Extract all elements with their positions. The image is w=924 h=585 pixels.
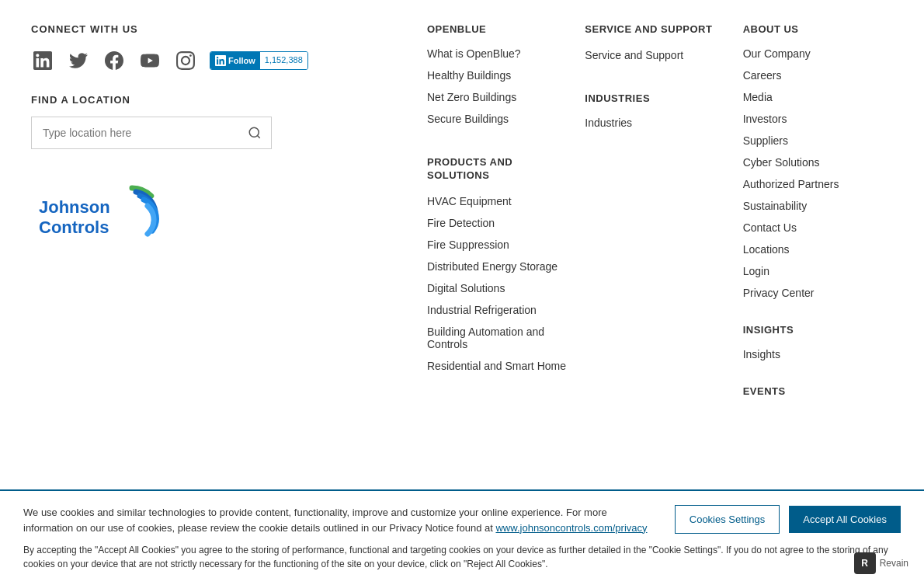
linkedin-follow-button[interactable]: Follow 1,152,388 — [210, 51, 308, 70]
nav-link-contact-us[interactable]: Contact Us — [743, 221, 893, 234]
nav-link-digital-solutions[interactable]: Digital Solutions — [427, 282, 577, 294]
revain-icon: R — [854, 552, 876, 574]
linkedin-follow-count: 1,152,388 — [260, 52, 307, 68]
nav-link-privacy-center[interactable]: Privacy Center — [743, 287, 893, 299]
nav-col-service: SERVICE AND SUPPORT Service and Support … — [585, 23, 735, 409]
nav-link-distributed-energy[interactable]: Distributed Energy Storage — [427, 260, 577, 273]
nav-link-hvac[interactable]: HVAC Equipment — [427, 195, 577, 207]
left-column: CONNECT WITH US — [31, 23, 404, 409]
cookie-privacy-link[interactable]: www.johnsoncontrols.com/privacy — [495, 522, 647, 534]
nav-link-service-support[interactable]: Service and Support — [585, 49, 735, 61]
connect-title: CONNECT WITH US — [31, 23, 404, 35]
svg-line-1 — [257, 135, 259, 138]
about-heading: ABOUT US — [743, 23, 893, 35]
nav-link-media[interactable]: Media — [743, 91, 893, 103]
nav-link-suppliers[interactable]: Suppliers — [743, 134, 893, 147]
nav-link-sustainability[interactable]: Sustainability — [743, 200, 893, 212]
nav-link-investors[interactable]: Investors — [743, 113, 893, 125]
nav-link-locations[interactable]: Locations — [743, 243, 893, 256]
cookie-secondary-text: By accepting the "Accept All Cookies" yo… — [23, 543, 901, 571]
cookie-top-row: We use cookies and similar technologies … — [23, 505, 901, 535]
revain-badge: R Revain — [854, 552, 908, 574]
openblue-heading: OPENBLUE — [427, 23, 577, 35]
nav-link-careers[interactable]: Careers — [743, 69, 893, 82]
johnson-controls-logo: Johnson Controls — [31, 180, 202, 250]
find-location-title: FIND A LOCATION — [31, 94, 404, 106]
products-heading: PRODUCTS AND SOLUTIONS — [427, 156, 577, 183]
nav-columns: OPENBLUE What is OpenBlue? Healthy Build… — [427, 23, 893, 409]
accept-all-cookies-button[interactable]: Accept All Cookies — [789, 506, 901, 533]
nav-link-healthy-buildings[interactable]: Healthy Buildings — [427, 69, 577, 82]
svg-point-0 — [249, 127, 259, 137]
nav-link-net-zero-buildings[interactable]: Net Zero Buildings — [427, 91, 577, 103]
location-search-button[interactable] — [238, 118, 271, 148]
logo-container: Johnson Controls — [31, 180, 404, 250]
footer: CONNECT WITH US — [0, 0, 924, 433]
nav-link-what-is-openblue[interactable]: What is OpenBlue? — [427, 47, 577, 60]
nav-col-about: ABOUT US Our Company Careers Media Inves… — [743, 23, 893, 409]
cookie-buttons: Cookies Settings Accept All Cookies — [675, 505, 901, 534]
location-search-input[interactable] — [32, 117, 238, 148]
linkedin-follow-icon-inner: Follow — [210, 52, 260, 69]
cookie-main-text: We use cookies and similar technologies … — [23, 505, 659, 535]
events-heading: EVENTS — [743, 385, 893, 397]
follow-label: Follow — [228, 56, 255, 65]
nav-link-fire-detection[interactable]: Fire Detection — [427, 217, 577, 229]
nav-link-building-automation[interactable]: Building Automation and Controls — [427, 326, 577, 350]
insights-heading: INSIGHTS — [743, 324, 893, 336]
location-search-box — [31, 117, 272, 149]
nav-link-residential-smart[interactable]: Residential and Smart Home — [427, 360, 577, 372]
nav-link-cyber-solutions[interactable]: Cyber Solutions — [743, 156, 893, 169]
linkedin-icon[interactable] — [31, 49, 54, 72]
nav-link-fire-suppression[interactable]: Fire Suppression — [427, 239, 577, 251]
instagram-icon[interactable] — [174, 49, 197, 72]
nav-link-authorized-partners[interactable]: Authorized Partners — [743, 178, 893, 190]
nav-link-login[interactable]: Login — [743, 265, 893, 277]
service-heading: SERVICE AND SUPPORT — [585, 23, 735, 37]
nav-col-openblue: OPENBLUE What is OpenBlue? Healthy Build… — [427, 23, 577, 409]
industries-heading: INDUSTRIES — [585, 92, 735, 104]
svg-text:Johnson: Johnson — [39, 197, 110, 217]
nav-link-industries[interactable]: Industries — [585, 117, 735, 129]
social-icons-row: Follow 1,152,388 — [31, 49, 404, 72]
facebook-icon[interactable] — [102, 49, 126, 72]
nav-link-secure-buildings[interactable]: Secure Buildings — [427, 113, 577, 125]
nav-link-industrial-refrigeration[interactable]: Industrial Refrigeration — [427, 304, 577, 316]
cookies-settings-button[interactable]: Cookies Settings — [675, 505, 780, 534]
svg-text:Controls: Controls — [39, 218, 109, 237]
nav-link-our-company[interactable]: Our Company — [743, 47, 893, 60]
revain-label: Revain — [880, 558, 908, 569]
youtube-icon[interactable] — [138, 49, 162, 72]
cookie-banner: We use cookies and similar technologies … — [0, 489, 924, 585]
twitter-icon[interactable] — [67, 49, 90, 72]
nav-link-insights[interactable]: Insights — [743, 348, 893, 360]
